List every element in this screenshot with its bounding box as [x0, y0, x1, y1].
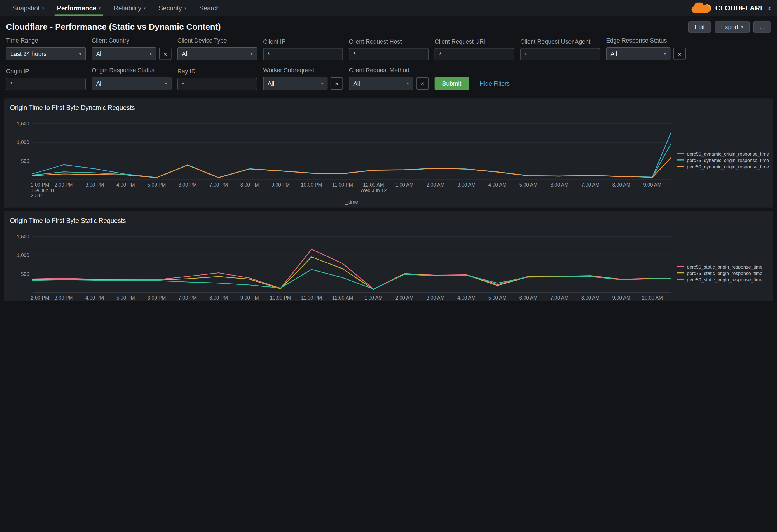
chevron-down-icon: ▾ — [741, 25, 743, 29]
filter-label: Client Country — [92, 37, 172, 44]
button-label: Export — [721, 23, 738, 30]
svg-text:_time: _time — [345, 199, 358, 205]
chart-title: Origin Time to First Byte Dynamic Reques… — [10, 104, 767, 112]
filter-client-request-host-input[interactable] — [349, 48, 429, 60]
button-label: ... — [760, 23, 765, 30]
svg-text:1:00 AM: 1:00 AM — [396, 182, 414, 188]
svg-text:7:00 AM: 7:00 AM — [550, 295, 568, 301]
filter-control: All▾× — [92, 47, 172, 60]
filter-client-request-method: Client Request MethodAll▾× — [349, 67, 429, 90]
page-title: Cloudflare - Performance (Static vs Dyna… — [6, 22, 221, 32]
filter-client-ip-input[interactable] — [263, 48, 343, 60]
filter-label: Time Range — [6, 37, 86, 44]
filter-label: Client Request Method — [349, 67, 429, 74]
filter-client-request-host: Client Request Host — [349, 38, 429, 60]
chart-area: 5001,0001,5001:00 PM2:00 PM3:00 PM4:00 P… — [10, 114, 767, 206]
svg-text:10:00 PM: 10:00 PM — [270, 295, 292, 301]
svg-text:9:00 PM: 9:00 PM — [240, 295, 259, 301]
legend-item[interactable]: perc75_dynamic_origin_response_time — [677, 157, 769, 162]
svg-text:9:00 AM: 9:00 AM — [643, 182, 661, 188]
filter-control — [349, 48, 429, 60]
svg-text:9:00 AM: 9:00 AM — [613, 295, 631, 301]
svg-text:7:00 PM: 7:00 PM — [178, 295, 197, 301]
svg-text:5:00 PM: 5:00 PM — [116, 295, 135, 301]
chevron-down-icon: ▾ — [42, 6, 44, 10]
filter-worker-subrequest-select[interactable]: All▾ — [263, 77, 327, 90]
nav-item-label: Performance — [57, 4, 97, 12]
nav-item-label: Search — [199, 4, 220, 12]
legend-label: perc95_dynamic_origin_response_time — [687, 151, 769, 156]
chevron-down-icon: ▾ — [144, 6, 146, 10]
filter-edge-response-status-select[interactable]: All▾ — [606, 47, 670, 60]
legend-item[interactable]: perc95_dynamic_origin_response_time — [677, 151, 769, 156]
chart-legend: perc95_static_origin_response_timeperc75… — [674, 263, 767, 283]
chevron-down-icon: ▾ — [318, 81, 323, 86]
svg-text:8:00 PM: 8:00 PM — [209, 295, 228, 301]
filter-edge-response-status-clear-button[interactable]: × — [673, 47, 686, 60]
export-button[interactable]: Export▾ — [714, 21, 750, 33]
legend-item[interactable]: perc75_static_origin_response_time — [677, 270, 767, 275]
registered-mark: ® — [769, 6, 771, 9]
legend-item[interactable]: perc50_dynamic_origin_response_time — [677, 164, 769, 169]
legend-line-swatch — [677, 159, 684, 160]
edit-button[interactable]: Edit — [688, 21, 711, 33]
close-icon: × — [335, 80, 339, 87]
filter-client-country-clear-button[interactable]: × — [159, 47, 171, 60]
cloudflare-cloud-icon — [691, 2, 712, 14]
filter-origin-response-status: Origin Response StatusAll▾ — [92, 67, 172, 90]
filter-client-request-method-select[interactable]: All▾ — [349, 77, 413, 90]
filter-client-country-select[interactable]: All▾ — [92, 47, 156, 60]
svg-text:1,000: 1,000 — [17, 253, 29, 258]
submit-button[interactable]: Submit — [435, 77, 469, 90]
line-chart-static[interactable]: 5001,0001,5002:00 PM3:00 PM4:00 PM5:00 P… — [10, 227, 674, 301]
filter-ray-id-input[interactable] — [178, 78, 257, 90]
filter-origin-ip-input[interactable] — [6, 78, 86, 90]
legend-label: perc50_static_origin_response_time — [687, 277, 762, 282]
legend-label: perc95_static_origin_response_time — [687, 264, 762, 269]
hide-filters-link[interactable]: Hide Filters — [480, 80, 510, 90]
selected-value: All — [96, 80, 103, 87]
legend-item[interactable]: perc50_static_origin_response_time — [677, 277, 767, 282]
nav-item-performance[interactable]: Performance▾ — [50, 0, 107, 16]
legend-label: perc75_static_origin_response_time — [687, 270, 762, 275]
svg-text:3:00 AM: 3:00 AM — [426, 295, 444, 301]
button-label: Edit — [694, 23, 705, 30]
nav-item-reliability[interactable]: Reliability▾ — [107, 0, 152, 16]
filter-client-country: Client CountryAll▾× — [92, 37, 172, 60]
legend-line-swatch — [677, 272, 684, 274]
svg-text:1,500: 1,500 — [17, 234, 29, 239]
filter-client-request-uri-input[interactable] — [435, 48, 515, 60]
filter-client-device-type: Client Device TypeAll▾ — [178, 37, 257, 60]
legend-item[interactable]: perc95_static_origin_response_time — [677, 264, 767, 269]
filter-worker-subrequest: Worker SubrequestAll▾× — [263, 67, 343, 90]
filter-label: Client Request User Agent — [520, 38, 600, 45]
svg-text:5:00 PM: 5:00 PM — [147, 182, 166, 188]
panel-dynamic-ttfb-chart: Origin Time to First Byte Dynamic Reques… — [4, 99, 773, 207]
filter-origin-response-status-select[interactable]: All▾ — [92, 77, 172, 90]
filter-client-request-method-clear-button[interactable]: × — [416, 77, 429, 90]
svg-text:6:00 PM: 6:00 PM — [178, 182, 197, 188]
filter-client-device-type-select[interactable]: All▾ — [178, 47, 257, 60]
filter-time-range-select[interactable]: Last 24 hours▾ — [6, 47, 86, 60]
filter-worker-subrequest-clear-button[interactable]: × — [331, 77, 343, 90]
more-button[interactable]: ... — [753, 21, 771, 33]
filter-client-request-user-agent-input[interactable] — [520, 48, 600, 60]
nav-item-search[interactable]: Search — [193, 0, 226, 16]
svg-text:2019: 2019 — [31, 193, 42, 198]
svg-text:10:00 AM: 10:00 AM — [642, 295, 663, 301]
selected-value: All — [267, 80, 274, 87]
filter-label: Worker Subrequest — [263, 67, 343, 74]
chevron-down-icon: ▾ — [661, 51, 666, 56]
filter-control — [178, 78, 257, 90]
legend-line-swatch — [677, 153, 684, 154]
filter-label: Client Request Host — [349, 38, 429, 45]
line-chart-dynamic[interactable]: 5001,0001,5001:00 PM2:00 PM3:00 PM4:00 P… — [10, 114, 674, 206]
svg-text:3:00 AM: 3:00 AM — [457, 182, 475, 188]
svg-text:500: 500 — [21, 158, 29, 164]
nav-item-snapshot[interactable]: Snapshot▾ — [6, 0, 50, 16]
filter-label: Ray ID — [178, 68, 257, 75]
svg-text:1,500: 1,500 — [17, 121, 29, 126]
svg-text:3:00 PM: 3:00 PM — [85, 182, 104, 188]
nav-item-security[interactable]: Security▾ — [152, 0, 193, 16]
svg-text:2:00 AM: 2:00 AM — [426, 182, 444, 188]
